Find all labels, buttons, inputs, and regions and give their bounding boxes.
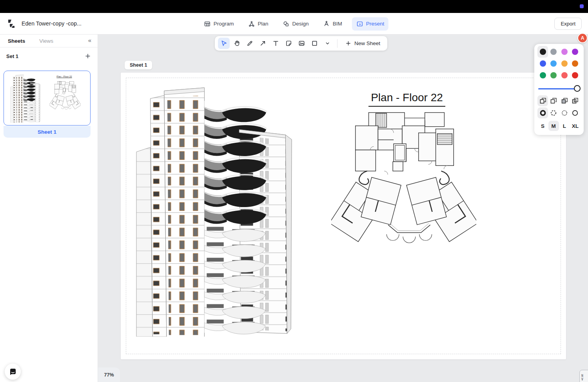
sheet-page[interactable]: Plan - Floor 22 bbox=[121, 73, 566, 359]
design-shapes-icon bbox=[283, 20, 290, 27]
color-swatch-cell[interactable] bbox=[537, 69, 548, 81]
size-option-s[interactable]: S bbox=[537, 121, 548, 131]
tab-present[interactable]: Present bbox=[352, 17, 389, 31]
plan-title-text: Plan - Floor 22 bbox=[368, 91, 445, 107]
color-row bbox=[537, 58, 581, 69]
toolbar-divider bbox=[337, 39, 338, 48]
color-swatch-cell[interactable] bbox=[559, 58, 570, 69]
shape-tool[interactable] bbox=[309, 38, 320, 49]
tab-bim[interactable]: BIM bbox=[319, 17, 347, 31]
stroke-dotted-icon bbox=[561, 109, 568, 117]
fill-style-solid[interactable] bbox=[559, 95, 570, 106]
plan-node-icon bbox=[248, 20, 255, 27]
tab-plan[interactable]: Plan bbox=[244, 17, 273, 31]
bim-triangle-icon bbox=[323, 20, 330, 27]
arrow-tool[interactable] bbox=[257, 38, 269, 49]
color-swatch-cell[interactable] bbox=[548, 46, 559, 58]
color-swatch-cell[interactable] bbox=[570, 46, 581, 58]
tab-label: Plan bbox=[258, 21, 269, 27]
set-label: Set 1 bbox=[6, 53, 18, 59]
tab-label: Present bbox=[366, 21, 385, 27]
plan-title[interactable]: Plan - Floor 22 bbox=[340, 91, 474, 107]
color-swatch-selected[interactable] bbox=[537, 46, 548, 58]
add-sheet-icon[interactable] bbox=[83, 52, 92, 60]
slider-handle[interactable] bbox=[574, 85, 581, 92]
color-swatch-cell[interactable] bbox=[570, 58, 581, 69]
collapse-sidebar-icon[interactable]: « bbox=[88, 37, 91, 44]
text-tool[interactable] bbox=[270, 38, 281, 49]
sheet-tab[interactable]: Sheet 1 bbox=[125, 61, 152, 69]
color-swatch bbox=[572, 49, 578, 55]
stroke-thin-icon bbox=[571, 109, 579, 117]
sheets-sidebar: Sheets Views « Set 1 Plan - Floor 22 bbox=[0, 35, 98, 382]
pencil-icon bbox=[246, 40, 254, 47]
tab-label: Design bbox=[292, 21, 309, 27]
size-option-l[interactable]: L bbox=[559, 121, 570, 131]
color-swatch bbox=[561, 72, 568, 78]
new-sheet-button[interactable]: New Sheet bbox=[341, 40, 384, 46]
sheet-thumbnail-card[interactable]: Plan - Floor 22 bbox=[4, 71, 91, 126]
pan-tool[interactable] bbox=[231, 38, 243, 49]
hand-icon bbox=[233, 40, 241, 47]
stroke-bold-icon bbox=[539, 109, 547, 117]
fill-style-plain[interactable] bbox=[548, 95, 559, 106]
stroke-style-thin[interactable] bbox=[570, 107, 581, 118]
color-swatch-cell[interactable] bbox=[548, 69, 559, 81]
fill-pattern-icon bbox=[571, 97, 579, 105]
color-swatch-cell[interactable] bbox=[570, 69, 581, 81]
stroke-style-dashed[interactable] bbox=[548, 107, 559, 118]
present-icon bbox=[356, 20, 363, 27]
document-title[interactable]: Eden Tower-copy -cop... bbox=[22, 20, 82, 27]
building-render-3d[interactable] bbox=[136, 84, 294, 338]
tab-design[interactable]: Design bbox=[278, 17, 313, 31]
logo-icon bbox=[7, 19, 15, 28]
corner-glyph-bottom: V bbox=[581, 378, 583, 381]
new-sheet-label: New Sheet bbox=[354, 40, 380, 46]
sidebar-tab-views[interactable]: Views bbox=[39, 38, 53, 44]
app-header: Eden Tower-copy -cop... Program Plan bbox=[0, 13, 588, 35]
fill-style-pattern[interactable] bbox=[570, 95, 581, 106]
stroke-style-bold[interactable] bbox=[537, 107, 548, 118]
app-window: Eden Tower-copy -cop... Program Plan bbox=[0, 0, 588, 382]
color-swatch bbox=[561, 49, 568, 55]
mode-tabs: Program Plan Design BIM bbox=[200, 13, 388, 35]
select-tool[interactable] bbox=[218, 38, 230, 49]
stroke-style-dotted[interactable] bbox=[559, 107, 570, 118]
canvas-area[interactable]: Plan - Floor 22 Sheet 1 bbox=[98, 35, 588, 382]
avatar-initial: A bbox=[581, 35, 584, 41]
sheet-item-label[interactable]: Sheet 1 bbox=[4, 126, 91, 138]
chat-widget-button[interactable] bbox=[5, 364, 21, 380]
color-swatch-cell[interactable] bbox=[559, 69, 570, 81]
export-button[interactable]: Export bbox=[554, 18, 582, 30]
zoom-level-badge[interactable]: 77% bbox=[98, 367, 120, 382]
color-swatch-cell[interactable] bbox=[537, 58, 548, 69]
shape-options-dropdown[interactable] bbox=[321, 38, 333, 49]
tab-program[interactable]: Program bbox=[200, 17, 238, 31]
color-swatch-cell[interactable] bbox=[559, 46, 570, 58]
color-swatch bbox=[550, 72, 557, 78]
stroke-dashed-icon bbox=[550, 109, 557, 117]
image-tool[interactable] bbox=[296, 38, 307, 49]
color-swatch bbox=[540, 60, 546, 67]
color-swatch bbox=[572, 72, 578, 78]
drawing-toolbar: New Sheet bbox=[215, 36, 387, 51]
color-row bbox=[537, 46, 581, 58]
thickness-slider[interactable] bbox=[538, 84, 580, 94]
sidebar-tab-sheets[interactable]: Sheets bbox=[8, 38, 25, 44]
app-logo[interactable] bbox=[5, 18, 16, 29]
corner-panel-toggle[interactable]: N V bbox=[579, 370, 588, 382]
floor-plan-drawing[interactable] bbox=[331, 109, 476, 254]
color-swatch-cell[interactable] bbox=[548, 58, 559, 69]
user-avatar[interactable]: A bbox=[577, 33, 588, 43]
fill-style-outline[interactable] bbox=[537, 95, 548, 106]
pencil-tool[interactable] bbox=[244, 38, 256, 49]
set-row: Set 1 bbox=[0, 47, 98, 65]
size-option-m[interactable]: M bbox=[548, 121, 559, 131]
size-option-xl[interactable]: XL bbox=[570, 121, 581, 131]
note-tool[interactable] bbox=[283, 38, 294, 49]
system-topbar bbox=[0, 0, 588, 13]
rectangle-icon bbox=[311, 40, 318, 47]
color-swatch bbox=[561, 60, 568, 67]
sheet-thumbnail-item[interactable]: Plan - Floor 22 Sheet 1 bbox=[4, 71, 91, 138]
fill-style-row bbox=[537, 95, 581, 106]
